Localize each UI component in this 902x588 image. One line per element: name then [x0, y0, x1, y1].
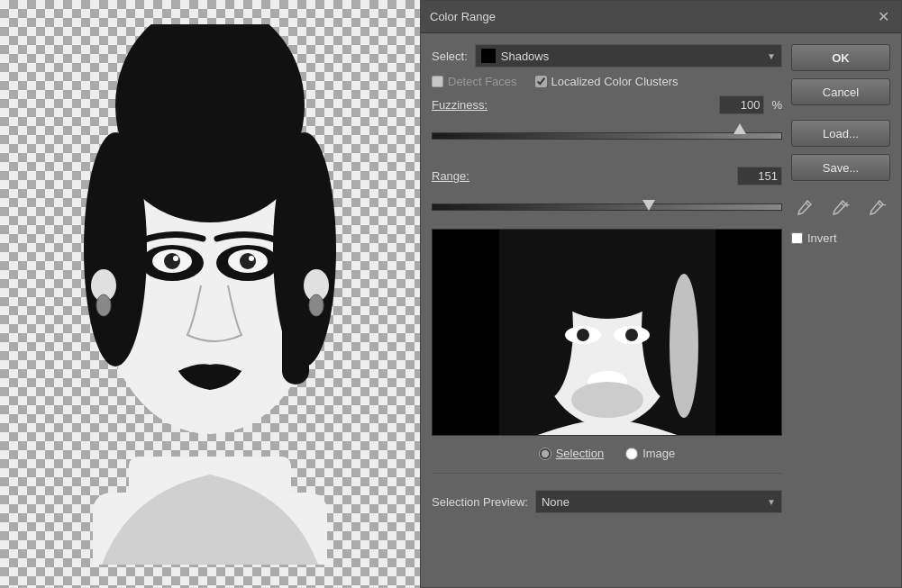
- dialog-content: Select: Shadows ▼ Detect Faces Loc: [421, 33, 901, 587]
- localized-color-clusters-checkbox[interactable]: [535, 76, 547, 87]
- select-dropdown[interactable]: Shadows ▼: [475, 44, 782, 68]
- invert-label: Invert: [807, 231, 837, 245]
- svg-line-33: [806, 203, 809, 206]
- svg-point-6: [120, 78, 300, 222]
- svg-text:+: +: [844, 200, 850, 210]
- fuzziness-label: Fuzziness:: [432, 98, 487, 112]
- preview-box: [432, 229, 782, 436]
- localized-color-clusters-checkbox-item[interactable]: Localized Color Clusters: [535, 75, 679, 88]
- separator: [432, 473, 782, 474]
- range-row: Range:: [432, 167, 782, 185]
- localized-color-clusters-label: Localized Color Clusters: [551, 75, 679, 88]
- svg-point-16: [240, 253, 256, 269]
- selection-preview-label: Selection Preview:: [432, 495, 528, 509]
- svg-point-28: [577, 329, 589, 341]
- canvas-portrait: [0, 0, 420, 588]
- save-button[interactable]: Save...: [791, 154, 890, 181]
- eyedropper-add-button[interactable]: +: [828, 195, 853, 221]
- select-dropdown-inner: Shadows: [481, 49, 549, 63]
- color-swatch: [481, 49, 496, 63]
- load-button[interactable]: Load...: [791, 120, 890, 147]
- svg-point-19: [309, 294, 323, 316]
- detect-faces-checkbox[interactable]: [432, 76, 443, 87]
- selection-radio-label: Selection: [556, 447, 604, 460]
- image-radio-item[interactable]: Image: [625, 447, 675, 460]
- eyedroppers-row: + −: [791, 195, 890, 221]
- svg-point-18: [96, 294, 111, 316]
- invert-checkbox[interactable]: [791, 232, 803, 244]
- eyedropper-button[interactable]: [791, 195, 816, 221]
- radio-row: Selection Image: [432, 443, 782, 464]
- detect-faces-checkbox-item[interactable]: Detect Faces: [432, 75, 517, 88]
- svg-point-25: [670, 274, 698, 418]
- portrait-svg: [39, 24, 381, 565]
- svg-point-29: [625, 329, 638, 341]
- svg-point-13: [173, 256, 178, 261]
- eyedropper-icon: [795, 199, 813, 217]
- checkbox-row: Detect Faces Localized Color Clusters: [432, 75, 782, 88]
- select-row: Select: Shadows ▼: [432, 44, 782, 68]
- selection-radio-item[interactable]: Selection: [539, 447, 604, 460]
- range-input[interactable]: [737, 167, 782, 185]
- cancel-button[interactable]: Cancel: [791, 78, 890, 105]
- selection-preview-arrow: ▼: [767, 497, 776, 507]
- svg-point-31: [571, 382, 643, 418]
- fuzziness-percent: %: [771, 98, 782, 112]
- svg-point-12: [164, 253, 180, 269]
- preview-svg: [499, 229, 715, 436]
- image-radio-label: Image: [642, 447, 675, 460]
- color-range-dialog: Color Range ✕ Select: Shadows ▼: [420, 0, 902, 588]
- fuzziness-slider-track: [432, 132, 782, 140]
- range-label: Range:: [432, 169, 469, 183]
- dialog-titlebar: Color Range ✕: [421, 1, 901, 33]
- eyedropper-subtract-icon: −: [869, 199, 887, 217]
- fuzziness-row: Fuzziness: %: [432, 95, 782, 114]
- selection-preview-row: Selection Preview: None ▼: [432, 483, 782, 517]
- ok-button[interactable]: OK: [791, 44, 890, 71]
- image-radio[interactable]: [625, 448, 638, 460]
- selection-preview-value: None: [542, 495, 569, 509]
- invert-row[interactable]: Invert: [791, 231, 890, 245]
- range-slider-track: [432, 204, 782, 211]
- svg-rect-7: [282, 132, 309, 384]
- detect-faces-label: Detect Faces: [448, 75, 517, 88]
- selection-preview-dropdown[interactable]: None ▼: [535, 490, 782, 513]
- selection-radio[interactable]: [539, 448, 551, 460]
- range-slider-thumb[interactable]: [642, 200, 655, 211]
- fuzziness-slider-thumb[interactable]: [733, 123, 746, 134]
- dialog-title: Color Range: [430, 10, 496, 23]
- fuzziness-slider-container[interactable]: [432, 122, 782, 150]
- canvas-area: [0, 0, 420, 588]
- select-value: Shadows: [501, 50, 549, 63]
- fuzziness-input[interactable]: [719, 95, 764, 114]
- dialog-left-panel: Select: Shadows ▼ Detect Faces Loc: [432, 44, 782, 576]
- select-dropdown-arrow: ▼: [767, 51, 776, 61]
- svg-text:−: −: [881, 200, 887, 210]
- eyedropper-subtract-button[interactable]: −: [865, 195, 890, 221]
- range-slider-container[interactable]: [432, 193, 782, 222]
- svg-point-17: [249, 256, 254, 261]
- eyedropper-add-icon: +: [832, 199, 850, 217]
- close-button[interactable]: ✕: [874, 8, 892, 26]
- svg-point-24: [542, 229, 672, 319]
- dialog-right-panel: OK Cancel Load... Save... +: [791, 44, 890, 576]
- select-label: Select:: [432, 50, 468, 63]
